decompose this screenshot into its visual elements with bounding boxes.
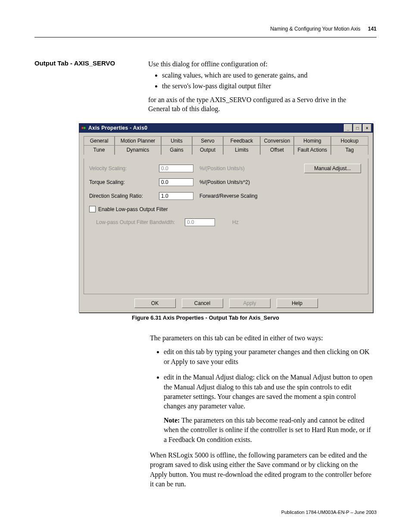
publication-footer: Publication 1784-UM003A-EN-P – June 2003 <box>281 510 377 515</box>
direction-scaling-unit: Forward/Reverse Scaling <box>199 193 258 199</box>
tab-fault-actions[interactable]: Fault Actions <box>294 145 331 155</box>
lowpass-bandwidth-unit: Hz <box>232 219 239 225</box>
maximize-button[interactable]: □ <box>353 124 362 132</box>
tab-tag[interactable]: Tag <box>331 145 368 155</box>
tab-motion-planner[interactable]: Motion Planner <box>115 136 161 145</box>
list-item-text: edit in the Manual Adjust dialog: click … <box>164 373 373 410</box>
manual-adjust-button[interactable]: Manual Adjust... <box>304 164 361 173</box>
direction-scaling-label: Direction Scaling Ratio: <box>89 193 159 199</box>
tab-hookup[interactable]: Hookup <box>331 136 368 145</box>
close-button[interactable]: × <box>363 124 371 132</box>
dialog-button-row: OK Cancel Apply Help <box>84 294 368 308</box>
note-text: The parameters on this tab become read-o… <box>164 417 371 443</box>
tab-feedback[interactable]: Feedback <box>223 136 260 145</box>
note: Note: The parameters on this tab become … <box>164 416 374 445</box>
tab-offset[interactable]: Offset <box>260 145 294 155</box>
lowpass-bandwidth-label: Low-pass Output Filter Bandwidth: <box>96 219 185 225</box>
velocity-scaling-unit: %/(Position Units/s) <box>199 165 245 171</box>
list-item: edit in the Manual Adjust dialog: click … <box>164 373 374 445</box>
intro-bullets: scaling values, which are used to genera… <box>148 71 364 91</box>
velocity-scaling-input[interactable] <box>159 165 193 172</box>
chapter-title: Naming & Configuring Your Motion Axis <box>270 26 360 32</box>
edit-methods-list: edit on this tab by typing your paramete… <box>150 347 374 445</box>
tab-homing[interactable]: Homing <box>294 136 331 145</box>
section: Output Tab - AXIS_SERVO Use this dialog … <box>34 59 377 117</box>
tab-servo[interactable]: Servo <box>192 136 223 145</box>
velocity-scaling-label: Velocity Scaling: <box>89 165 159 171</box>
note-label: Note: <box>164 417 180 424</box>
torque-scaling-input[interactable] <box>159 178 193 186</box>
lowpass-bandwidth-row: Low-pass Output Filter Bandwidth: Hz <box>96 218 363 226</box>
page-number: 141 <box>368 26 377 32</box>
enable-lowpass-label: Enable Low-pass Output Filter <box>98 206 168 212</box>
minimize-button[interactable]: _ <box>344 124 352 132</box>
direction-scaling-row: Direction Scaling Ratio: Forward/Reverse… <box>89 192 363 200</box>
intro-column: Use this dialog for offline configuratio… <box>148 59 364 117</box>
torque-scaling-row: Torque Scaling: %/(Position Units/s^2) <box>89 178 363 186</box>
tab-conversion[interactable]: Conversion <box>260 136 294 145</box>
intro-bullet: the servo's low-pass digital output filt… <box>162 81 364 91</box>
tab-tune[interactable]: Tune <box>84 145 115 155</box>
tab-strip: General Motion Planner Units Servo Feedb… <box>84 136 368 155</box>
enable-lowpass-row: Enable Low-pass Output Filter <box>89 206 363 212</box>
tab-units[interactable]: Units <box>161 136 192 145</box>
dialog-client: General Motion Planner Units Servo Feedb… <box>79 133 373 313</box>
tab-dynamics[interactable]: Dynamics <box>115 145 161 155</box>
body-text: The parameters on this tab can be edited… <box>150 330 374 492</box>
intro-tail: for an axis of the type AXIS_SERVO confi… <box>148 95 364 114</box>
tab-general[interactable]: General <box>84 136 115 145</box>
body-tail: When RSLogix 5000 is offline, the follow… <box>150 451 374 489</box>
tab-output[interactable]: Output <box>192 145 223 155</box>
intro-lead: Use this dialog for offline configuratio… <box>148 60 268 68</box>
app-icon <box>81 125 87 131</box>
output-panel: Manual Adjust... Velocity Scaling: %/(Po… <box>84 159 368 294</box>
tab-limits[interactable]: Limits <box>223 145 260 155</box>
apply-button[interactable]: Apply <box>229 299 271 308</box>
ok-button[interactable]: OK <box>134 299 176 308</box>
torque-scaling-label: Torque Scaling: <box>89 179 159 185</box>
help-button[interactable]: Help <box>277 299 318 308</box>
torque-scaling-unit: %/(Position Units/s^2) <box>199 179 250 185</box>
section-title: Output Tab - AXIS_SERVO <box>34 59 146 67</box>
axis-properties-dialog: Axis Properties - Axis0 _ □ × General Mo… <box>79 123 373 313</box>
body-lead: The parameters on this tab can be edited… <box>150 333 374 343</box>
enable-lowpass-checkbox[interactable] <box>89 206 96 212</box>
intro-bullet: scaling values, which are used to genera… <box>162 71 364 80</box>
direction-scaling-input[interactable] <box>159 192 193 200</box>
list-item: edit on this tab by typing your paramete… <box>164 347 374 367</box>
lowpass-bandwidth-input[interactable] <box>185 218 215 226</box>
page: Naming & Configuring Your Motion Axis 14… <box>0 0 411 532</box>
header-rule <box>34 37 377 37</box>
cancel-button[interactable]: Cancel <box>182 299 223 308</box>
dialog-titlebar[interactable]: Axis Properties - Axis0 _ □ × <box>79 123 373 133</box>
dialog-title: Axis Properties - Axis0 <box>88 125 343 131</box>
figure-caption: Figure 6.31 Axis Properties - Output Tab… <box>0 314 411 321</box>
tab-gains[interactable]: Gains <box>161 145 192 155</box>
svg-point-1 <box>83 127 86 129</box>
running-header: Naming & Configuring Your Motion Axis 14… <box>270 26 377 32</box>
